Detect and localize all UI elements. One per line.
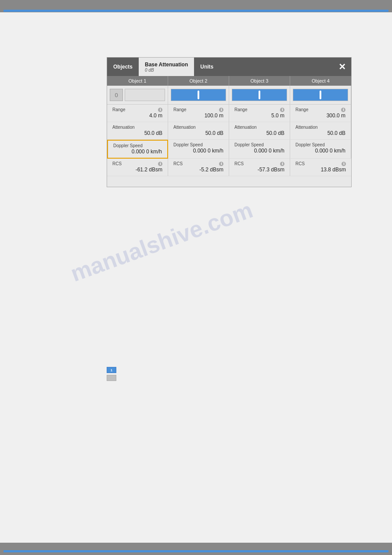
obj-3-doppler-value: 0.000 0 km/h [232,147,287,155]
tab-units-label: Units [200,64,219,70]
obj-3-attenuation-label: Attenuation [232,124,287,130]
tab-units[interactable]: Units [194,58,225,76]
obj-header-1: Object 1 [107,76,168,86]
obj-header-2: Object 2 [168,76,229,86]
tab-spacer [225,58,333,76]
obj-cell-4-toggle [290,86,351,105]
obj-4-range-cell[interactable]: Range ℹ 300.0 m [290,105,351,122]
obj-header-4: Object 4 [290,76,351,86]
obj-3-attenuation-value: 50.0 dB [232,130,287,138]
obj-4-attenuation-label: Attenuation [293,124,348,130]
obj-4-rcs-value: 13.8 dBsm [293,166,349,174]
obj-3-toggle-switch[interactable] [232,89,287,101]
obj-3-toggle-bar [259,91,260,99]
obj-cell-1-toggle: 0 [107,86,168,105]
obj-1-rcs-label: RCS ℹ [110,160,165,166]
watermark: manualshive.com [67,196,256,287]
obj-2-range-value: 100.0 m [171,112,226,120]
objects-body: 0 [107,86,351,176]
obj-1-attenuation-value: 50.0 dB [110,130,165,138]
obj-2-rcs-label: RCS ℹ [171,160,226,166]
obj-4-attenuation-cell[interactable]: Attenuation 50.0 dB [290,122,351,140]
obj-3-rcs-info-icon: ℹ [280,162,284,166]
obj-1-doppler-label: Doppler Speed [111,142,165,148]
obj-4-doppler-cell[interactable]: Doppler Speed 0.000 0 km/h [290,140,351,159]
objects-header: Object 1 Object 2 Object 3 Object 4 [107,76,351,86]
obj-1-rcs-info-icon: ℹ [158,162,162,166]
obj-4-toggle-bar [320,91,321,99]
obj-1-attenuation-label: Attenuation [110,124,165,130]
obj-2-rcs-value: -5.2 dBsm [171,166,226,174]
obj-4-rcs-label: RCS ℹ [293,160,349,166]
obj-2-attenuation-value: 50.0 dB [171,130,226,138]
obj-3-toggle-row [232,87,287,102]
tab-base-attenuation-label: Base Attenuation [145,62,188,68]
obj-2-range-label: Range ℹ [171,106,226,112]
obj-2-range-info-icon: ℹ [219,108,223,112]
obj-1-toggle-row: 0 [110,87,165,102]
obj-2-attenuation-cell[interactable]: Attenuation 50.0 dB [168,122,229,140]
obj-2-toggle-switch[interactable] [171,89,226,101]
top-bar-accent [4,10,388,12]
obj-1-range-value: 4.0 m [110,112,165,120]
obj-2-rcs-cell[interactable]: RCS ℹ -5.2 dBsm [168,159,229,176]
obj-3-rcs-value: -57.3 dBsm [232,166,287,174]
obj-1-rcs-cell[interactable]: RCS ℹ -61.2 dBsm [107,159,168,176]
obj-4-doppler-value: 0.000 0 km/h [293,147,348,155]
obj-4-range-label: Range ℹ [293,106,348,112]
obj-4-attenuation-value: 50.0 dB [293,130,348,138]
bottom-bar-accent [4,550,388,552]
obj-4-range-info-icon: ℹ [341,108,345,112]
obj-3-range-value: 5.0 m [232,112,287,120]
mini-toggle-1[interactable]: 1 [107,367,116,373]
obj-2-doppler-label: Doppler Speed [171,141,226,147]
mini-toggles: 1 [107,367,116,381]
obj-4-rcs-info-icon: ℹ [342,162,346,166]
obj-cell-2-toggle [168,86,229,105]
top-bar [0,0,392,12]
mini-toggle-box-2[interactable] [107,375,116,381]
obj-3-attenuation-cell[interactable]: Attenuation 50.0 dB [229,122,290,140]
obj-2-doppler-value: 0.000 0 km/h [171,147,226,155]
obj-3-rcs-label: RCS ℹ [232,160,287,166]
close-button[interactable]: ✕ [333,58,351,76]
obj-2-toggle-bar [198,91,199,99]
obj-2-rcs-info-icon: ℹ [219,162,223,166]
obj-4-rcs-cell[interactable]: RCS ℹ 13.8 dBsm [290,159,351,176]
obj-3-range-label: Range ℹ [232,106,287,112]
obj-3-range-cell[interactable]: Range ℹ 5.0 m [229,105,290,122]
obj-1-range-info-icon: ℹ [158,108,162,112]
obj-4-toggle-switch[interactable] [293,89,348,101]
obj-1-range-cell[interactable]: Range ℹ 4.0 m [107,105,168,122]
tab-base-attenuation-sub: 0 dB [145,68,188,73]
mini-toggle-box-1[interactable]: 1 [107,367,116,373]
obj-header-3: Object 3 [229,76,290,86]
obj-3-doppler-cell[interactable]: Doppler Speed 0.000 0 km/h [229,140,290,159]
obj-1-doppler-cell[interactable]: Doppler Speed 0.000 0 km/h [107,140,168,159]
bottom-bar [0,543,392,555]
obj-4-toggle-row [293,87,348,102]
obj-4-doppler-label: Doppler Speed [293,141,348,147]
dialog-panel: Objects Base Attenuation 0 dB Units ✕ Ob… [107,57,352,187]
obj-1-number: 0 [110,89,123,101]
obj-1-toggle-switch[interactable] [125,89,165,101]
obj-4-range-value: 300.0 m [293,112,348,120]
obj-1-range-label: Range ℹ [110,106,165,112]
obj-2-toggle-row [171,87,226,102]
mini-toggle-2[interactable] [107,375,116,381]
obj-3-doppler-label: Doppler Speed [232,141,287,147]
obj-1-doppler-value: 0.000 0 km/h [111,148,165,156]
obj-cell-3-toggle [229,86,290,105]
dialog-bottom-padding [107,176,351,187]
obj-3-rcs-cell[interactable]: RCS ℹ -57.3 dBsm [229,159,290,176]
obj-1-rcs-value: -61.2 dBsm [110,166,165,174]
tab-base-attenuation[interactable]: Base Attenuation 0 dB [139,58,194,76]
obj-2-attenuation-label: Attenuation [171,124,226,130]
tab-objects-label: Objects [113,64,133,70]
obj-3-range-info-icon: ℹ [280,108,284,112]
obj-1-attenuation-cell[interactable]: Attenuation 50.0 dB [107,122,168,140]
obj-2-doppler-cell[interactable]: Doppler Speed 0.000 0 km/h [168,140,229,159]
tab-row: Objects Base Attenuation 0 dB Units ✕ [107,58,351,76]
obj-2-range-cell[interactable]: Range ℹ 100.0 m [168,105,229,122]
tab-objects[interactable]: Objects [107,58,139,76]
